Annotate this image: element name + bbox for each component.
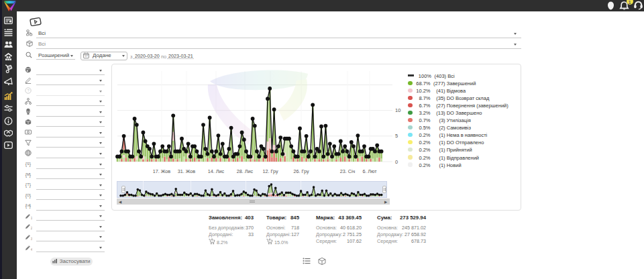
svg-text:2: 2 [31, 226, 32, 229]
svg-text:}: } [30, 182, 32, 188]
svg-text:?: ? [27, 89, 30, 93]
svg-text:3: 3 [31, 237, 32, 240]
svg-text:}: } [30, 172, 32, 178]
svg-text:}: } [30, 193, 32, 199]
svg-text:1: 1 [31, 216, 32, 219]
svg-text:}: } [30, 162, 32, 167]
svg-text:4: 4 [31, 247, 32, 251]
svg-text:17: 17 [85, 55, 87, 58]
svg-text:}: } [30, 203, 32, 209]
